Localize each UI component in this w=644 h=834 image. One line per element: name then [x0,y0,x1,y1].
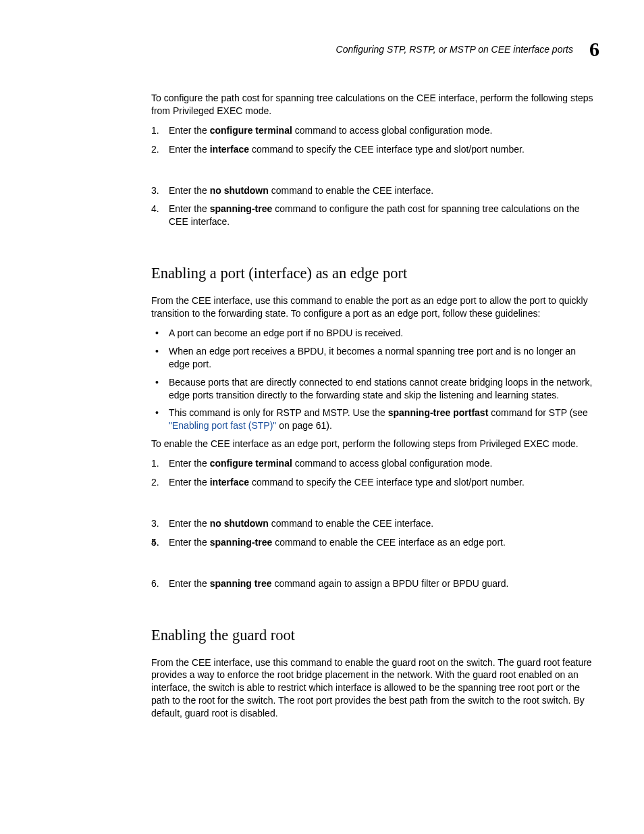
step-item: 2.Enter the interface command to specify… [151,476,599,489]
step-cmd: no shutdown [210,518,269,529]
step-item: 5.Enter the spanning-tree command to ena… [151,536,599,549]
step-text-pre: Enter the [169,203,210,214]
intro-paragraph-edge: From the CEE interface, use this command… [151,294,599,320]
step-cmd: spanning-tree [210,537,273,548]
step-text-pre: Enter the [169,185,210,196]
step-item: 3.Enter the no shutdown command to enabl… [151,517,599,530]
page: Configuring STP, RSTP, or MSTP on CEE in… [0,0,644,767]
step-item: 1.Enter the configure terminal command t… [151,124,599,137]
step-cmd: configure terminal [210,458,292,469]
step-item: 4.Enter the spanning-tree command to con… [151,203,599,228]
bullet-cmd: spanning-tree portfast [388,407,489,418]
page-header: Configuring STP, RSTP, or MSTP on CEE in… [151,38,599,61]
section-title-guard-root: Enabling the guard root [151,627,599,644]
bullet-item: Because ports that are directly connecte… [151,376,599,402]
step-text-post: command to enable the CEE interface. [269,185,433,196]
steps-edge: 1.Enter the configure terminal command t… [151,457,599,590]
step-item: 3.Enter the no shutdown command to enabl… [151,184,599,197]
section-title-edge-port: Enabling a port (interface) as an edge p… [151,265,599,282]
step-text-pre: Enter the [169,144,210,155]
step-cmd: interface [210,477,249,488]
step-item: 2.Enter the interface command to specify… [151,143,599,156]
chapter-number: 6 [589,38,599,61]
header-running-title: Configuring STP, RSTP, or MSTP on CEE in… [336,44,573,55]
intro-paragraph-guard: From the CEE interface, use this command… [151,656,599,720]
step-cmd: spanning-tree [210,203,273,214]
bullet-item: When an edge port receives a BPDU, it be… [151,345,599,371]
step-item: 6.Enter the spanning tree command again … [151,577,599,590]
bullet-item: This command is only for RSTP and MSTP. … [151,407,599,432]
step-text-post: command to specify the CEE interface typ… [249,144,525,155]
intro2-paragraph-edge: To enable the CEE interface as an edge p… [151,438,599,450]
steps-pathcost: 1.Enter the configure terminal command t… [151,124,599,228]
step-cmd: spanning tree [210,578,272,589]
intro-paragraph-pathcost: To configure the path cost for spanning … [151,92,599,118]
bullet-list-edge: A port can become an edge port if no BPD… [151,327,599,432]
step-cmd: interface [210,144,249,155]
step-cmd: no shutdown [210,185,269,196]
cross-ref-link[interactable]: "Enabling port fast (STP)" [169,420,276,431]
step-text-pre: Enter the [169,125,210,136]
bullet-item: A port can become an edge port if no BPD… [151,327,599,340]
step-cmd: configure terminal [210,125,292,136]
step-text-post: command to access global configuration m… [292,125,493,136]
step-item: 1.Enter the configure terminal command t… [151,457,599,470]
